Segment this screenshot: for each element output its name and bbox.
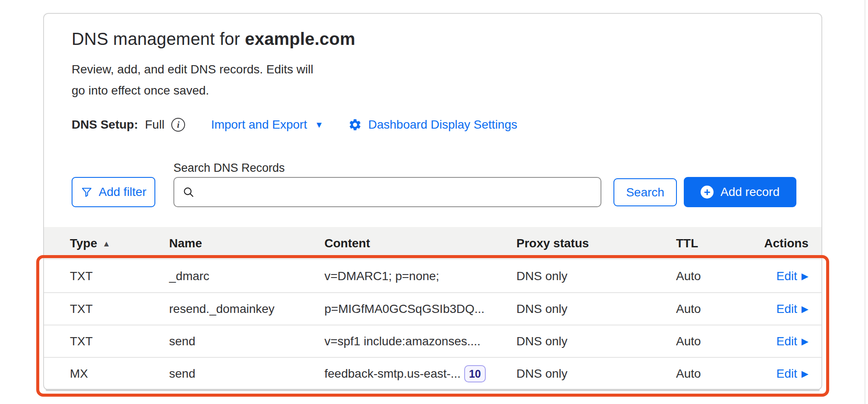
import-and-export-label: Import and Export: [211, 118, 307, 132]
add-filter-label: Add filter: [99, 185, 147, 199]
edit-arrow-icon: ▶: [802, 304, 808, 314]
plus-icon: +: [701, 186, 714, 199]
edit-record-button[interactable]: Edit▶: [777, 302, 808, 316]
dashboard-display-settings-label: Dashboard Display Settings: [368, 118, 517, 132]
table-row: TXT resend._domainkey p=MIGfMA0GCSqGSIb3…: [44, 292, 821, 325]
cell-ttl: Auto: [676, 269, 758, 283]
cell-name: send: [169, 335, 324, 348]
dns-setup-value: Full: [145, 118, 164, 132]
cell-proxy-status: DNS only: [516, 367, 676, 381]
info-icon[interactable]: i: [171, 118, 185, 132]
page-description-line2: go into effect once saved.: [72, 80, 313, 101]
cell-type: TXT: [44, 335, 169, 348]
search-input[interactable]: [200, 179, 593, 205]
edit-arrow-icon: ▶: [802, 271, 808, 281]
edit-arrow-icon: ▶: [802, 369, 808, 379]
cell-name: resend._domainkey: [169, 302, 324, 316]
chevron-down-icon: ▼: [315, 120, 324, 130]
column-header-content[interactable]: Content: [324, 237, 516, 250]
cell-content: v=DMARC1; p=none;: [324, 269, 516, 283]
dns-setup-row: DNS Setup: Full i Import and Export▼ Das…: [72, 115, 517, 135]
edit-record-button[interactable]: Edit▶: [777, 367, 808, 381]
cell-name: _dmarc: [169, 269, 324, 283]
table-row: TXT _dmarc v=DMARC1; p=none; DNS only Au…: [44, 260, 821, 292]
cell-type: MX: [44, 367, 169, 381]
column-header-actions: Actions: [758, 237, 821, 250]
add-record-button[interactable]: + Add record: [684, 177, 796, 207]
cell-type: TXT: [44, 269, 169, 283]
table-body: TXT _dmarc v=DMARC1; p=none; DNS only Au…: [44, 260, 821, 389]
cell-ttl: Auto: [676, 367, 758, 381]
column-header-name[interactable]: Name: [169, 237, 324, 250]
table-row: MX send feedback-smtp.us-east-...10 DNS …: [44, 357, 821, 389]
sort-ascending-icon: ▲: [102, 239, 110, 248]
add-record-label: Add record: [720, 185, 780, 199]
cell-ttl: Auto: [676, 302, 758, 316]
cell-type: TXT: [44, 302, 169, 316]
cell-proxy-status: DNS only: [516, 302, 676, 316]
gear-icon: [348, 118, 362, 132]
page-title: DNS management for example.com: [72, 29, 355, 49]
cell-content: v=spf1 include:amazonses....: [324, 335, 516, 348]
search-icon: [182, 186, 195, 199]
edit-record-button[interactable]: Edit▶: [777, 335, 808, 348]
table-bottom-scrollbar[interactable]: [46, 389, 820, 391]
cell-ttl: Auto: [676, 335, 758, 348]
cell-name: send: [169, 367, 324, 381]
search-box: [173, 177, 601, 207]
mx-priority-badge: 10: [464, 365, 486, 382]
search-button[interactable]: Search: [613, 178, 677, 206]
column-header-ttl[interactable]: TTL: [676, 237, 758, 250]
table-header-row: Type▲ Name Content Proxy status TTL Acti…: [44, 227, 821, 260]
column-header-type[interactable]: Type▲: [44, 237, 169, 250]
import-and-export-link[interactable]: Import and Export▼: [211, 118, 323, 132]
page-edge-divider: [865, 0, 865, 404]
page-description: Review, add, and edit DNS records. Edits…: [72, 59, 313, 101]
filter-funnel-icon: [81, 186, 93, 198]
cell-proxy-status: DNS only: [516, 335, 676, 348]
page-description-line1: Review, add, and edit DNS records. Edits…: [72, 59, 313, 80]
search-button-label: Search: [626, 186, 664, 199]
dns-management-card: DNS management for example.com Review, a…: [43, 13, 822, 390]
dashboard-display-settings-link[interactable]: Dashboard Display Settings: [348, 118, 517, 132]
cell-content: feedback-smtp.us-east-...10: [324, 365, 516, 382]
table-row: TXT send v=spf1 include:amazonses.... DN…: [44, 325, 821, 357]
page-title-prefix: DNS management for: [72, 29, 245, 48]
add-filter-button[interactable]: Add filter: [72, 177, 155, 207]
edit-record-button[interactable]: Edit▶: [777, 269, 808, 283]
page-title-domain: example.com: [245, 29, 355, 48]
edit-arrow-icon: ▶: [802, 336, 808, 347]
dns-setup-label: DNS Setup:: [72, 118, 138, 132]
cell-content: p=MIGfMA0GCSqGSIb3DQ...: [324, 302, 516, 316]
search-field-label: Search DNS Records: [173, 161, 285, 175]
cell-proxy-status: DNS only: [516, 269, 676, 283]
column-header-proxy-status[interactable]: Proxy status: [516, 237, 676, 250]
dns-management-page: DNS management for example.com Review, a…: [0, 0, 868, 404]
